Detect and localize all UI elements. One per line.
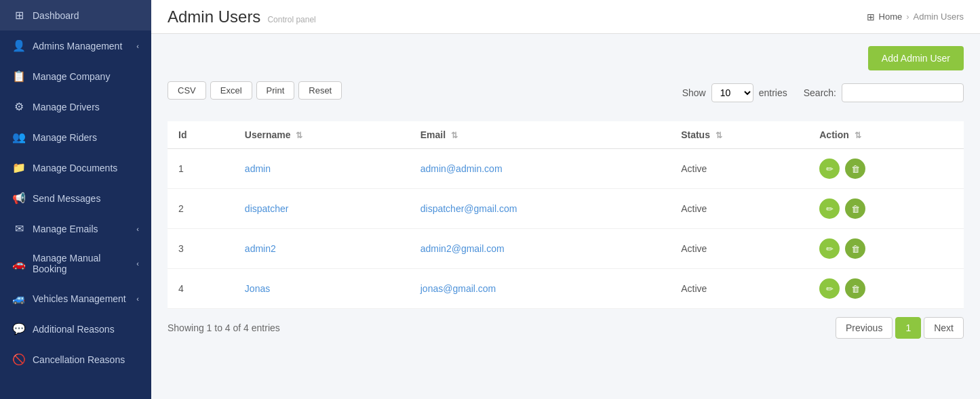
sidebar-item-manage-riders[interactable]: 👥 Manage Riders [0,122,151,152]
next-button[interactable]: Next [924,317,964,339]
cell-status: Active [670,229,808,269]
chevron-icon: ‹ [136,225,139,233]
col-username[interactable]: Username ⇅ [234,121,410,149]
sidebar-item-additional-reasons[interactable]: 💬 Additional Reasons [0,314,151,344]
sort-icon: ⇅ [716,131,722,140]
cell-id: 3 [168,229,234,269]
additional-reasons-icon: 💬 [12,322,26,335]
edit-button[interactable]: ✏ [819,278,840,299]
cell-username: dispatcher [234,189,410,229]
cell-status: Active [670,149,808,189]
cell-status: Active [670,269,808,309]
table-row: 1 admin admin@admin.com Active ✏ 🗑 [168,149,964,189]
pagination: Previous 1 Next [836,317,964,339]
sidebar-item-manage-company[interactable]: 📋 Manage Company [0,61,151,91]
reset-button[interactable]: Reset [298,81,342,100]
delete-button[interactable]: 🗑 [845,278,865,299]
cell-status: Active [670,189,808,229]
delete-button[interactable]: 🗑 [845,238,865,259]
sidebar: ⊞ Dashboard 👤 Admins Management ‹ 📋 Mana… [0,0,151,399]
data-table: Id Username ⇅ Email ⇅ Status ⇅ [168,121,964,309]
col-email[interactable]: Email ⇅ [410,121,670,149]
sidebar-item-label: Manage Manual Booking [33,253,130,274]
company-icon: 📋 [12,70,26,83]
sort-icon: ⇅ [855,131,861,140]
table-row: 3 admin2 admin2@gmail.com Active ✏ 🗑 [168,229,964,269]
sidebar-item-vehicles-management[interactable]: 🚙 Vehicles Management ‹ [0,283,151,314]
sidebar-item-label: Manage Riders [33,132,97,143]
excel-button[interactable]: Excel [210,81,252,100]
table-row: 4 Jonas jonas@gmail.com Active ✏ 🗑 [168,269,964,309]
previous-button[interactable]: Previous [836,317,893,339]
entries-label: entries [759,87,787,98]
toolbar: CSV Excel Print Reset [168,81,342,100]
cell-username: Jonas [234,269,410,309]
sidebar-item-label: Send Messages [33,193,100,204]
sort-icon: ⇅ [451,131,458,140]
sidebar-item-label: Dashboard [33,10,79,21]
col-id: Id [168,121,234,149]
cancellation-reasons-icon: 🚫 [12,353,26,366]
cell-email: admin@admin.com [410,149,670,189]
sidebar-item-label: Admins Management [33,41,122,51]
col-action[interactable]: Action ⇅ [808,121,964,149]
manual-booking-icon: 🚗 [12,257,26,270]
cell-id: 2 [168,189,234,229]
sidebar-item-label: Vehicles Management [33,293,126,304]
sidebar-item-label: Cancellation Reasons [33,354,125,365]
print-button[interactable]: Print [256,81,295,100]
sidebar-item-label: Manage Emails [33,224,98,234]
breadcrumb-home[interactable]: Home [879,12,903,22]
table-row: 2 dispatcher dispatcher@gmail.com Active… [168,189,964,229]
page-1-button[interactable]: 1 [895,317,921,339]
sidebar-item-label: Additional Reasons [33,324,115,335]
main-content: Admin Users Control panel ⊞ Home › Admin… [151,0,980,399]
search-input[interactable] [842,83,964,102]
cell-email: admin2@gmail.com [410,229,670,269]
chevron-icon: ‹ [136,259,139,268]
cell-action: ✏ 🗑 [808,269,964,309]
content-area: Add Admin User CSV Excel Print Reset Sho… [151,34,980,399]
sidebar-item-label: Manage Documents [33,163,117,173]
delete-button[interactable]: 🗑 [845,159,865,179]
delete-button[interactable]: 🗑 [845,198,865,219]
edit-button[interactable]: ✏ [819,198,840,219]
csv-button[interactable]: CSV [168,81,206,100]
sidebar-item-manage-manual-booking[interactable]: 🚗 Manage Manual Booking ‹ [0,244,151,283]
showing-text: Showing 1 to 4 of 4 entries [168,322,280,333]
show-label: Show [682,87,706,98]
search-label: Search: [804,87,836,98]
cell-username: admin2 [234,229,410,269]
table-controls: Show 10 25 50 100 entries Search: [682,83,964,102]
col-status[interactable]: Status ⇅ [670,121,808,149]
sidebar-item-manage-emails[interactable]: ✉ Manage Emails ‹ [0,213,151,244]
breadcrumb-current: Admin Users [914,12,964,22]
sidebar-item-label: Manage Drivers [33,102,100,112]
sidebar-item-cancellation-reasons[interactable]: 🚫 Cancellation Reasons [0,344,151,375]
edit-button[interactable]: ✏ [819,159,840,179]
home-icon: ⊞ [867,12,875,22]
messages-icon: 📢 [12,192,26,205]
page-title-area: Admin Users Control panel [168,7,316,26]
sidebar-item-dashboard[interactable]: ⊞ Dashboard [0,0,151,30]
cell-id: 1 [168,149,234,189]
sidebar-item-manage-drivers[interactable]: ⚙ Manage Drivers [0,91,151,122]
admins-icon: 👤 [12,39,26,52]
chevron-icon: ‹ [136,295,139,303]
add-admin-user-button[interactable]: Add Admin User [868,46,964,70]
sidebar-item-admins-management[interactable]: 👤 Admins Management ‹ [0,30,151,61]
drivers-icon: ⚙ [12,100,26,113]
cell-email: jonas@gmail.com [410,269,670,309]
cell-id: 4 [168,269,234,309]
entries-select[interactable]: 10 25 50 100 [711,83,753,102]
cell-email: dispatcher@gmail.com [410,189,670,229]
table-footer: Showing 1 to 4 of 4 entries Previous 1 N… [168,317,964,339]
edit-button[interactable]: ✏ [819,238,840,259]
emails-icon: ✉ [12,222,26,235]
dashboard-icon: ⊞ [12,9,26,22]
vehicles-icon: 🚙 [12,292,26,305]
breadcrumb: ⊞ Home › Admin Users [867,12,964,22]
sidebar-item-manage-documents[interactable]: 📁 Manage Documents [0,152,151,183]
cell-username: admin [234,149,410,189]
sidebar-item-send-messages[interactable]: 📢 Send Messages [0,183,151,213]
